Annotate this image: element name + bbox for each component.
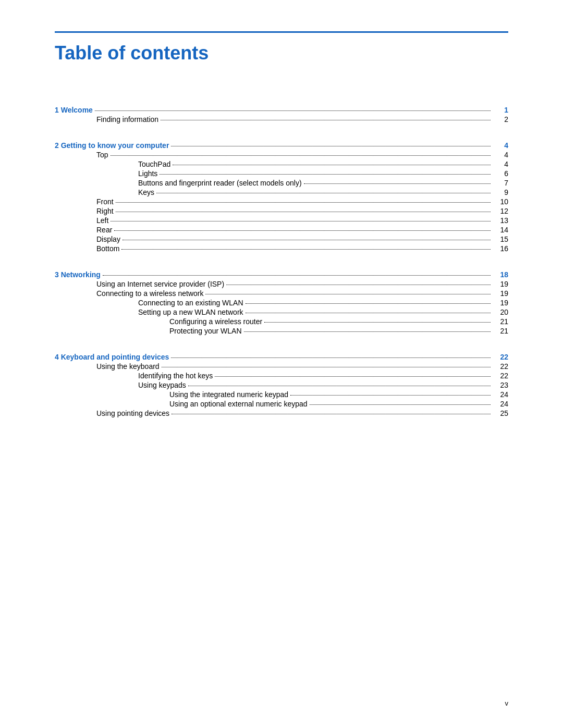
section-4-heading-row: 4 Keyboard and pointing devices 22 [55, 353, 508, 361]
page-existing-wlan: 19 [493, 299, 508, 307]
toc-label-external-keypad: Using an optional external numeric keypa… [169, 400, 308, 408]
dots [160, 174, 491, 175]
page-hotkeys: 22 [493, 372, 508, 380]
section-2-page: 4 [493, 141, 508, 150]
section-2-group: 2 Getting to know your computer 4 Top 4 … [55, 141, 508, 253]
toc-label-new-wlan: Setting up a new WLAN network [138, 308, 243, 316]
page-rear: 14 [493, 226, 508, 234]
toc-label-integrated-keypad: Using the integrated numeric keypad [169, 390, 288, 399]
page: Table of contents 1 Welcome 1 Finding in… [0, 0, 563, 728]
toc-row-pointing-devices: Using pointing devices 25 [55, 409, 508, 417]
toc-row-bottom: Bottom 16 [55, 244, 508, 253]
toc-label-hotkeys: Identifying the hot keys [138, 372, 213, 380]
toc-row-lights: Lights 6 [55, 169, 508, 178]
page-finding-info: 2 [493, 115, 508, 124]
section-4-page: 22 [493, 353, 508, 361]
dots [171, 146, 491, 146]
toc-row-keyboard: Using the keyboard 22 [55, 362, 508, 371]
toc-row-front: Front 10 [55, 198, 508, 206]
toc-label-finding-info: Finding information [96, 115, 158, 124]
section-4-heading: 4 Keyboard and pointing devices [55, 353, 169, 361]
toc-label-left: Left [96, 216, 108, 225]
dots [264, 322, 491, 323]
dots [172, 414, 491, 414]
page-pointing-devices: 25 [493, 409, 508, 417]
toc-label-keyboard: Using the keyboard [96, 362, 160, 371]
dots [173, 165, 491, 165]
toc-label-existing-wlan: Connecting to an existing WLAN [138, 299, 243, 307]
section-1-group: 1 Welcome 1 Finding information 2 [55, 106, 508, 124]
page-keys: 9 [493, 188, 508, 196]
dots [123, 240, 491, 240]
toc-row-integrated-keypad: Using the integrated numeric keypad 24 [55, 390, 508, 399]
toc-label-lights: Lights [138, 169, 157, 178]
dots [114, 230, 491, 231]
dots [246, 313, 491, 313]
toc-label-front: Front [96, 198, 114, 206]
page-integrated-keypad: 24 [493, 390, 508, 399]
dots [121, 249, 491, 250]
dots [162, 367, 491, 367]
toc-row-external-keypad: Using an optional external numeric keypa… [55, 400, 508, 408]
page-front: 10 [493, 198, 508, 206]
toc-label-display: Display [96, 235, 120, 243]
dots [111, 221, 491, 221]
page-lights: 6 [493, 169, 508, 178]
toc-row-touchpad: TouchPad 4 [55, 160, 508, 168]
toc-label-router: Configuring a wireless router [169, 317, 262, 326]
section-1-page: 1 [493, 106, 508, 114]
toc-row-rear: Rear 14 [55, 226, 508, 234]
toc-row-right: Right 12 [55, 207, 508, 215]
toc-row-protect-wlan: Protecting your WLAN 21 [55, 327, 508, 335]
page-new-wlan: 20 [493, 308, 508, 316]
dots [304, 183, 491, 184]
dots [161, 120, 491, 120]
page-title: Table of contents [55, 42, 508, 64]
dots [156, 193, 491, 193]
page-router: 21 [493, 317, 508, 326]
dots [103, 275, 491, 276]
page-buttons: 7 [493, 179, 508, 187]
section-3-heading: 3 Networking [55, 270, 101, 279]
toc-row-keypads: Using keypads 23 [55, 381, 508, 389]
dots [111, 155, 491, 156]
page-bottom: 16 [493, 244, 508, 253]
toc-label-isp: Using an Internet service provider (ISP) [96, 280, 224, 288]
dots [116, 202, 491, 203]
toc-label-protect-wlan: Protecting your WLAN [169, 327, 242, 335]
toc-row-router: Configuring a wireless router 21 [55, 317, 508, 326]
dots [244, 331, 491, 332]
section-4-group: 4 Keyboard and pointing devices 22 Using… [55, 353, 508, 417]
dots [188, 386, 491, 386]
toc-row-left: Left 13 [55, 216, 508, 225]
section-2-heading-row: 2 Getting to know your computer 4 [55, 141, 508, 150]
top-rule [55, 31, 508, 33]
page-protect-wlan: 21 [493, 327, 508, 335]
toc-row-hotkeys: Identifying the hot keys 22 [55, 372, 508, 380]
page-wireless: 19 [493, 289, 508, 298]
toc-label-rear: Rear [96, 226, 112, 234]
section-3-heading-row: 3 Networking 18 [55, 270, 508, 279]
section-2-heading: 2 Getting to know your computer [55, 141, 169, 150]
dots [226, 285, 491, 285]
toc-label-touchpad: TouchPad [138, 160, 170, 168]
dots [171, 357, 491, 358]
section-1-dots [95, 110, 491, 111]
toc-row-finding-info: Finding information 2 [55, 115, 508, 124]
dots [116, 212, 491, 212]
page-left: 13 [493, 216, 508, 225]
toc-row-existing-wlan: Connecting to an existing WLAN 19 [55, 299, 508, 307]
page-external-keypad: 24 [493, 400, 508, 408]
toc-row-display: Display 15 [55, 235, 508, 243]
toc-label-keys: Keys [138, 188, 154, 196]
dots [215, 376, 491, 377]
dots [246, 303, 491, 304]
toc-row-wireless: Connecting to a wireless network 19 [55, 289, 508, 298]
toc-label-pointing-devices: Using pointing devices [96, 409, 169, 417]
toc-label-bottom: Bottom [96, 244, 119, 253]
toc-label-keypads: Using keypads [138, 381, 186, 389]
page-isp: 19 [493, 280, 508, 288]
dots [290, 395, 491, 396]
toc-label-buttons: Buttons and fingerprint reader (select m… [138, 179, 302, 187]
section-3-group: 3 Networking 18 Using an Internet servic… [55, 270, 508, 335]
